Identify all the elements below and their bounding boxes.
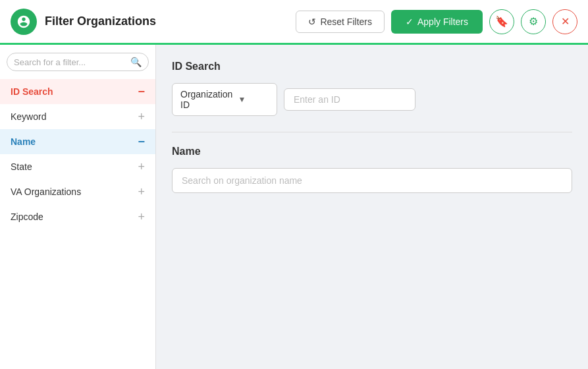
plus-icon: + xyxy=(138,211,145,223)
filter-search-wrap: 🔍 xyxy=(0,53,155,79)
app-logo xyxy=(11,9,37,35)
main-layout: 🔍 ID Search − Keyword + Name − State + V… xyxy=(0,45,588,369)
name-section-title: Name xyxy=(172,146,572,157)
page-title: Filter Organizations xyxy=(45,14,288,28)
topbar: Filter Organizations ↺ Reset Filters ✓ A… xyxy=(0,0,588,45)
sidebar-item-state[interactable]: State + xyxy=(0,154,155,179)
id-search-section: ID Search Organization ID ▼ xyxy=(172,61,572,116)
reset-filters-button[interactable]: ↺ Reset Filters xyxy=(296,11,385,33)
check-icon: ✓ xyxy=(406,16,414,27)
id-type-value: Organization ID xyxy=(180,89,232,110)
sidebar-item-label: Zipcode xyxy=(11,212,43,222)
sidebar-item-label: VA Organizations xyxy=(11,186,81,197)
minus-icon: − xyxy=(138,136,145,148)
content-area: ID Search Organization ID ▼ Name xyxy=(156,45,588,369)
plus-icon: + xyxy=(138,186,145,198)
bookmark-button[interactable]: 🔖 xyxy=(489,9,514,34)
id-search-row: Organization ID ▼ xyxy=(172,83,572,116)
gear-icon: ⚙ xyxy=(529,15,538,28)
reset-label: Reset Filters xyxy=(320,16,372,27)
sidebar-item-label: Keyword xyxy=(11,111,46,122)
sidebar-item-va-organizations[interactable]: VA Organizations + xyxy=(0,179,155,204)
reset-icon: ↺ xyxy=(308,16,316,27)
apply-filters-button[interactable]: ✓ Apply Filters xyxy=(391,10,483,34)
plus-icon: + xyxy=(138,111,145,123)
close-icon: ✕ xyxy=(561,15,570,28)
sidebar: 🔍 ID Search − Keyword + Name − State + V… xyxy=(0,45,156,369)
id-type-dropdown[interactable]: Organization ID ▼ xyxy=(172,83,277,116)
name-section: Name xyxy=(172,146,572,193)
settings-button[interactable]: ⚙ xyxy=(521,9,546,34)
bookmark-icon: 🔖 xyxy=(495,15,508,28)
apply-label: Apply Filters xyxy=(417,16,468,27)
sidebar-item-label: Name xyxy=(11,136,36,147)
plus-icon: + xyxy=(138,161,145,173)
close-button[interactable]: ✕ xyxy=(552,9,577,34)
sidebar-item-keyword[interactable]: Keyword + xyxy=(0,104,155,129)
name-search-input[interactable] xyxy=(172,168,572,193)
sidebar-item-id-search[interactable]: ID Search − xyxy=(0,79,155,104)
minus-icon: − xyxy=(138,86,145,98)
chevron-down-icon: ▼ xyxy=(238,95,269,104)
search-icon: 🔍 xyxy=(130,57,142,67)
section-divider xyxy=(172,132,572,132)
sidebar-item-zipcode[interactable]: Zipcode + xyxy=(0,204,155,229)
sidebar-item-label: ID Search xyxy=(11,86,53,97)
sidebar-item-name[interactable]: Name − xyxy=(0,129,155,154)
id-search-title: ID Search xyxy=(172,61,572,72)
id-search-input[interactable] xyxy=(284,88,415,111)
topbar-actions: ↺ Reset Filters ✓ Apply Filters 🔖 ⚙ ✕ xyxy=(296,9,577,34)
filter-search-input[interactable] xyxy=(14,57,126,67)
filter-search-box[interactable]: 🔍 xyxy=(7,53,149,71)
sidebar-item-label: State xyxy=(11,161,32,172)
logo-icon xyxy=(16,14,31,29)
